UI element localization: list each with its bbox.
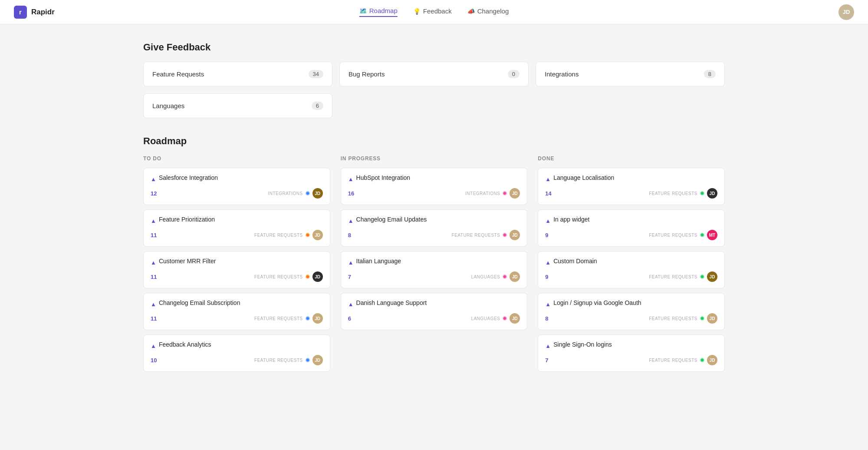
status-dot: [306, 233, 310, 237]
card-sso-top: ▲ Single Sign-On logins: [545, 341, 717, 351]
nav-roadmap-label: Roadmap: [369, 7, 398, 14]
feedback-label-integrations: Integrations: [545, 70, 579, 78]
feedback-card-feature-requests[interactable]: Feature Requests 34: [143, 62, 332, 86]
card-hubspot-top: ▲ HubSpot Integration: [348, 174, 520, 184]
card-go-title: Login / Signup via Google Oauth: [553, 299, 641, 306]
nav-roadmap[interactable]: 🗺️ Roadmap: [359, 7, 398, 17]
nav-feedback[interactable]: 💡 Feedback: [413, 7, 452, 17]
logo-icon: r: [14, 6, 27, 19]
card-danish-language[interactable]: ▲ Danish Language Support 6 LANGUAGES JD: [341, 293, 528, 330]
card-feature-prio-meta-right: FEATURE REQUESTS JD: [254, 230, 323, 240]
column-todo-label: TO DO: [143, 156, 330, 162]
status-dot: [700, 275, 704, 279]
user-avatar[interactable]: JD: [838, 4, 854, 20]
card-iaw-meta: 9 FEATURE REQUESTS MT: [545, 230, 717, 240]
upvote-chevron: ▲: [348, 259, 354, 266]
card-ll-meta-right: FEATURE REQUESTS JD: [649, 188, 717, 199]
feedback-card-languages[interactable]: Languages 6: [143, 93, 332, 118]
card-salesforce-integration[interactable]: ▲ Salesforce Integration 12 INTEGRATIONS…: [143, 168, 330, 205]
card-go-meta: 8 FEATURE REQUESTS JD: [545, 313, 717, 324]
card-feedback-analytics[interactable]: ▲ Feedback Analytics 10 FEATURE REQUESTS…: [143, 334, 330, 372]
card-feature-prio-top: ▲ Feature Prioritization: [151, 216, 323, 225]
card-feature-prio-votes: 11: [151, 232, 157, 238]
upvote-chevron: ▲: [151, 343, 156, 349]
card-fa-meta: 10 FEATURE REQUESTS JD: [151, 355, 323, 365]
card-fa-title: Feedback Analytics: [159, 341, 211, 348]
card-in-app-widget[interactable]: ▲ In app widget 9 FEATURE REQUESTS MT: [538, 209, 725, 247]
card-language-localisation[interactable]: ▲ Language Localisation 14 FEATURE REQUE…: [538, 168, 725, 205]
card-sso-tag: FEATURE REQUESTS: [649, 358, 697, 363]
status-dot: [503, 191, 507, 195]
main-nav: 🗺️ Roadmap 💡 Feedback 📣 Changelog: [359, 7, 509, 17]
card-cd-tag: FEATURE REQUESTS: [649, 275, 697, 279]
card-hubspot[interactable]: ▲ HubSpot Integration 16 INTEGRATIONS JD: [341, 168, 528, 205]
status-dot: [306, 275, 310, 279]
status-dot: [700, 358, 704, 362]
status-dot: [306, 316, 310, 321]
card-sso-logins[interactable]: ▲ Single Sign-On logins 7 FEATURE REQUES…: [538, 334, 725, 372]
card-mrr-tag: FEATURE REQUESTS: [254, 275, 303, 279]
card-danish-avatar: JD: [510, 313, 520, 324]
card-salesforce-meta-right: INTEGRATIONS JD: [268, 188, 322, 199]
upvote-chevron: ▲: [151, 301, 156, 308]
card-sso-votes: 7: [545, 357, 548, 364]
card-danish-meta: 6 LANGUAGES JD: [348, 313, 520, 324]
card-italian-meta: 7 LANGUAGES JD: [348, 271, 520, 282]
card-mrr-top: ▲ Customer MRR Filter: [151, 258, 323, 267]
card-fa-avatar: JD: [312, 355, 323, 365]
card-ceu-avatar: JD: [510, 230, 520, 240]
card-fa-votes: 10: [151, 357, 157, 364]
column-inprogress-cards: ▲ HubSpot Integration 16 INTEGRATIONS JD: [341, 168, 528, 330]
card-iaw-meta-right: FEATURE REQUESTS MT: [649, 230, 717, 240]
card-custom-domain[interactable]: ▲ Custom Domain 9 FEATURE REQUESTS JD: [538, 251, 725, 288]
card-hubspot-avatar: JD: [510, 188, 520, 199]
nav-changelog[interactable]: 📣 Changelog: [467, 7, 509, 17]
card-sso-meta: 7 FEATURE REQUESTS JD: [545, 355, 717, 365]
card-customer-mrr[interactable]: ▲ Customer MRR Filter 11 FEATURE REQUEST…: [143, 251, 330, 288]
card-iaw-tag: FEATURE REQUESTS: [649, 233, 697, 238]
card-italian-language[interactable]: ▲ Italian Language 7 LANGUAGES JD: [341, 251, 528, 288]
upvote-chevron: ▲: [545, 259, 551, 266]
feedback-card-integrations[interactable]: Integrations 8: [536, 62, 725, 86]
status-dot: [503, 275, 507, 279]
upvote-chevron: ▲: [545, 301, 551, 308]
card-google-oauth[interactable]: ▲ Login / Signup via Google Oauth 8 FEAT…: [538, 293, 725, 330]
feedback-label-languages: Languages: [152, 102, 184, 109]
roadmap-icon: 🗺️: [359, 7, 367, 14]
card-changelog-email-updates[interactable]: ▲ Changelog Email Updates 8 FEATURE REQU…: [341, 209, 528, 247]
card-ll-tag: FEATURE REQUESTS: [649, 191, 697, 196]
card-changelog-email-sub[interactable]: ▲ Changelog Email Subscription 11 FEATUR…: [143, 293, 330, 330]
card-cd-avatar: JD: [707, 271, 717, 282]
give-feedback-section: Give Feedback Feature Requests 34 Bug Re…: [143, 42, 725, 118]
roadmap-grid: TO DO ▲ Salesforce Integration 12 INTEGR…: [143, 156, 725, 372]
card-feature-prio-title: Feature Prioritization: [159, 216, 215, 223]
roadmap-title: Roadmap: [143, 136, 725, 147]
card-feature-prio-avatar: JD: [312, 230, 323, 240]
card-iaw-top: ▲ In app widget: [545, 216, 717, 225]
column-inprogress: IN PROGRESS ▲ HubSpot Integration 16 INT…: [341, 156, 528, 372]
upvote-chevron: ▲: [545, 343, 551, 349]
column-todo: TO DO ▲ Salesforce Integration 12 INTEGR…: [143, 156, 330, 372]
feedback-label-bug-reports: Bug Reports: [349, 70, 385, 78]
card-hubspot-title: HubSpot Integration: [356, 174, 411, 181]
card-italian-votes: 7: [348, 274, 351, 280]
app-name: Rapidr: [31, 8, 55, 17]
upvote-chevron: ▲: [545, 176, 551, 182]
card-cd-votes: 9: [545, 274, 548, 280]
card-feature-prioritization[interactable]: ▲ Feature Prioritization 11 FEATURE REQU…: [143, 209, 330, 247]
card-salesforce-avatar: JD: [312, 188, 323, 199]
card-iaw-title: In app widget: [553, 216, 589, 223]
column-todo-cards: ▲ Salesforce Integration 12 INTEGRATIONS…: [143, 168, 330, 372]
card-fa-tag: FEATURE REQUESTS: [254, 358, 303, 363]
card-iaw-avatar: MT: [707, 230, 717, 240]
feedback-count-integrations: 8: [704, 70, 716, 78]
card-ceu-title: Changelog Email Updates: [356, 216, 427, 223]
status-dot: [700, 316, 704, 321]
upvote-chevron: ▲: [348, 218, 354, 224]
card-ll-top: ▲ Language Localisation: [545, 174, 717, 184]
card-salesforce-top: ▲ Salesforce Integration: [151, 174, 323, 184]
feedback-card-bug-reports[interactable]: Bug Reports 0: [339, 62, 529, 86]
card-italian-top: ▲ Italian Language: [348, 258, 520, 267]
card-salesforce-tag: INTEGRATIONS: [268, 191, 302, 196]
card-italian-title: Italian Language: [356, 258, 401, 265]
